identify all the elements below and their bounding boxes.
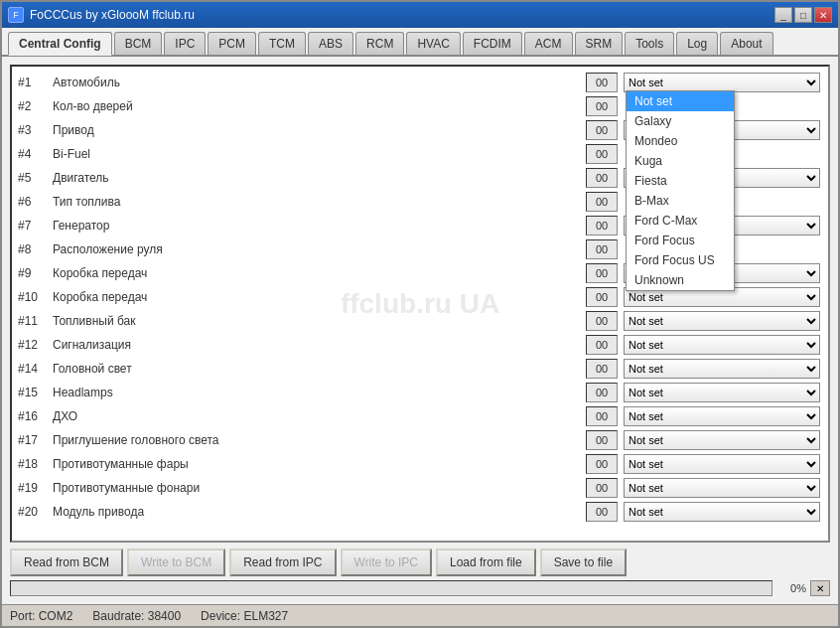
hex-input[interactable] xyxy=(586,454,618,474)
tab-log[interactable]: Log xyxy=(676,32,718,55)
tab-about[interactable]: About xyxy=(720,32,772,55)
minimize-button[interactable]: _ xyxy=(774,7,792,23)
hex-input[interactable] xyxy=(586,311,618,331)
dropdown-item[interactable]: B-Max xyxy=(627,191,734,211)
config-panel: ffclub.ru UA #1АвтомобильNot setGalaxyMo… xyxy=(10,65,830,543)
hex-input[interactable] xyxy=(586,192,618,212)
read-ipc-button[interactable]: Read from IPC xyxy=(229,549,336,576)
titlebar: F FoCCCus by xGloooM ffclub.ru _ □ ✕ xyxy=(2,2,838,28)
hex-cell xyxy=(586,502,620,522)
hex-input[interactable] xyxy=(586,96,618,116)
tab-ipc[interactable]: IPC xyxy=(164,32,206,55)
write-ipc-button[interactable]: Write to IPC xyxy=(341,549,432,576)
control-cell: Not set xyxy=(624,430,822,450)
row-number: #12 xyxy=(18,338,53,352)
row-number: #14 xyxy=(18,362,53,376)
hex-cell xyxy=(586,73,620,92)
dropdown-item[interactable]: Fiesta xyxy=(627,171,734,191)
dropdown-item[interactable]: Kuga xyxy=(627,151,734,171)
row-label: Коробка передач xyxy=(53,290,586,304)
table-row: #15HeadlampsNot set xyxy=(12,381,828,404)
hex-input[interactable] xyxy=(586,239,618,259)
row-label: Bi-Fuel xyxy=(53,147,586,161)
hex-cell xyxy=(586,192,620,212)
hex-input[interactable] xyxy=(586,359,618,379)
row-label: Кол-во дверей xyxy=(53,99,586,113)
row-label: Расположение руля xyxy=(53,242,586,256)
table-row: #12СигнализацияNot set xyxy=(12,333,828,357)
table-row: #17Приглушение головного светаNot set xyxy=(12,428,828,452)
hex-input[interactable] xyxy=(586,502,618,522)
maximize-button[interactable]: □ xyxy=(794,7,812,23)
progress-bar-area: 0% ✕ xyxy=(10,580,830,596)
row-number: #10 xyxy=(18,290,53,304)
tab-hvac[interactable]: HVAC xyxy=(406,32,460,55)
tab-srm[interactable]: SRM xyxy=(575,32,624,55)
table-row: #20Модуль приводаNot set xyxy=(12,500,828,524)
row-label: ДХО xyxy=(53,409,586,423)
dropdown-overlay: Not setGalaxyMondeoKugaFiestaB-MaxFord C… xyxy=(626,90,735,291)
row-number: #3 xyxy=(18,123,53,137)
tab-bcm[interactable]: BCM xyxy=(114,32,163,55)
write-bcm-button[interactable]: Write to BCM xyxy=(127,549,225,576)
dropdown-item[interactable]: Unknown xyxy=(627,270,734,290)
dropdown-item[interactable]: Ford C-Max xyxy=(627,211,734,231)
hex-input[interactable] xyxy=(586,168,618,188)
row-select[interactable]: Not set xyxy=(624,406,820,426)
hex-input[interactable] xyxy=(586,335,618,355)
hex-input[interactable] xyxy=(586,216,618,236)
row-label: Автомобиль xyxy=(53,76,586,89)
dropdown-item[interactable]: Galaxy xyxy=(627,111,734,131)
load-from-file-button[interactable]: Load from file xyxy=(436,549,536,576)
row-select[interactable]: Not set xyxy=(624,478,820,498)
row-label: Двигатель xyxy=(53,171,586,185)
close-button[interactable]: ✕ xyxy=(814,7,832,23)
tab-central-config[interactable]: Central Config xyxy=(8,32,112,56)
hex-input[interactable] xyxy=(586,120,618,140)
row-number: #17 xyxy=(18,433,53,447)
hex-input[interactable] xyxy=(586,383,618,402)
table-row: #18Противотуманные фарыNot set xyxy=(12,452,828,476)
hex-input[interactable] xyxy=(586,478,618,498)
dropdown-item[interactable]: Ford Focus xyxy=(627,231,734,250)
row-select[interactable]: Not set xyxy=(624,335,820,355)
dropdown-item[interactable]: Not set xyxy=(627,91,734,111)
hex-cell xyxy=(586,263,620,283)
row-select[interactable]: Not set xyxy=(624,454,820,474)
row-select[interactable]: Not set xyxy=(624,359,820,379)
row-select[interactable]: Not set xyxy=(624,383,820,402)
hex-input[interactable] xyxy=(586,430,618,450)
tab-tcm[interactable]: TCM xyxy=(258,32,306,55)
row-number: #8 xyxy=(18,242,53,256)
hex-input[interactable] xyxy=(586,406,618,426)
tab-acm[interactable]: ACM xyxy=(524,32,573,55)
row-label: Коробка передач xyxy=(53,266,586,280)
read-bcm-button[interactable]: Read from BCM xyxy=(10,549,123,576)
content-area: ffclub.ru UA #1АвтомобильNot setGalaxyMo… xyxy=(2,57,838,604)
control-cell: Not set xyxy=(624,454,822,474)
row-label: Противотуманные фары xyxy=(53,457,586,471)
tab-fcdim[interactable]: FCDIM xyxy=(463,32,522,55)
table-row: #14Головной светNot set xyxy=(12,357,828,381)
row-select[interactable]: Not set xyxy=(624,430,820,450)
save-to-file-button[interactable]: Save to file xyxy=(540,549,627,576)
row-number: #9 xyxy=(18,266,53,280)
hex-input[interactable] xyxy=(586,73,618,92)
tab-abs[interactable]: ABS xyxy=(308,32,353,55)
row-number: #1 xyxy=(18,76,53,89)
tab-rcm[interactable]: RCM xyxy=(355,32,404,55)
row-select[interactable]: Not setGalaxyMondeoKugaFiestaB-MaxFord C… xyxy=(624,73,820,92)
tab-pcm[interactable]: PCM xyxy=(208,32,256,55)
tab-tools[interactable]: Tools xyxy=(625,32,674,55)
row-number: #2 xyxy=(18,99,53,113)
hex-input[interactable] xyxy=(586,287,618,307)
row-number: #11 xyxy=(18,314,53,328)
dropdown-item[interactable]: Ford Focus US xyxy=(627,250,734,270)
row-label: Тип топлива xyxy=(53,195,586,209)
dropdown-item[interactable]: Mondeo xyxy=(627,131,734,151)
row-select[interactable]: Not set xyxy=(624,311,820,331)
hex-input[interactable] xyxy=(586,263,618,283)
progress-close-button[interactable]: ✕ xyxy=(810,580,830,596)
row-select[interactable]: Not set xyxy=(624,502,820,522)
hex-input[interactable] xyxy=(586,144,618,164)
